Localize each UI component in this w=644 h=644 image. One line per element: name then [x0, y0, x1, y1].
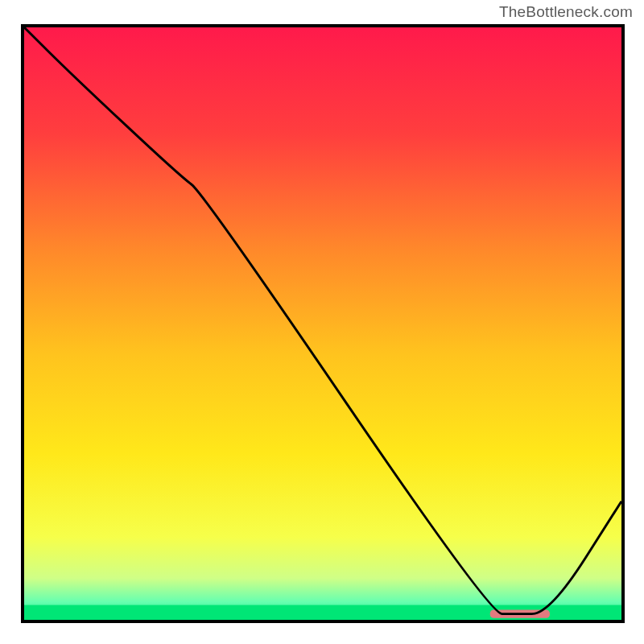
gradient-background: [24, 27, 621, 620]
attribution-label: TheBottleneck.com: [499, 3, 633, 21]
chart-frame: TheBottleneck.com: [0, 0, 644, 644]
plot-surface: [24, 27, 621, 620]
plot-inner: [24, 27, 621, 620]
plot-area: [21, 24, 625, 623]
